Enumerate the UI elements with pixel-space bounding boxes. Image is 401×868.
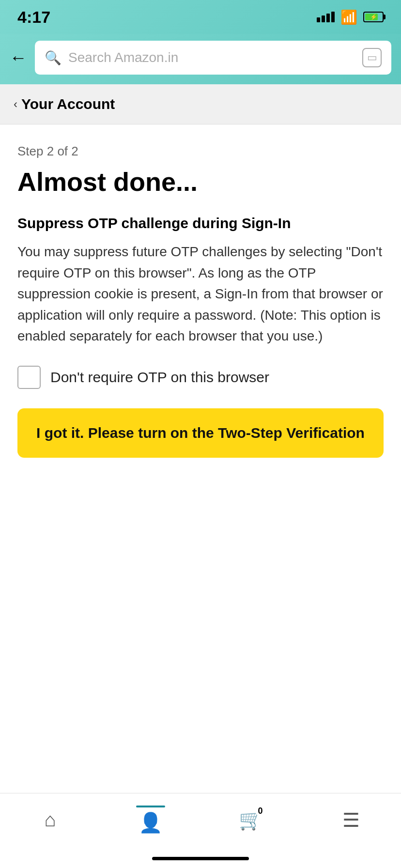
- home-indicator: [0, 851, 401, 868]
- wifi-icon: 📶: [340, 9, 357, 25]
- camera-icon[interactable]: ▭: [362, 48, 382, 67]
- cart-badge: 0: [255, 806, 266, 816]
- status-time: 4:17: [17, 8, 50, 27]
- otp-checkbox-row[interactable]: Don't require OTP on this browser: [17, 366, 384, 389]
- section-body: You may suppress future OTP challenges b…: [17, 241, 384, 346]
- search-input[interactable]: Search Amazon.in: [68, 50, 355, 65]
- signal-icon: [317, 12, 335, 22]
- status-icons: 📶 ⚡: [317, 9, 384, 25]
- nav-menu[interactable]: ☰: [301, 809, 401, 831]
- otp-checkbox[interactable]: [17, 366, 41, 389]
- nav-home[interactable]: ⌂: [0, 809, 100, 831]
- account-icon: 👤: [139, 811, 163, 834]
- section-title: Suppress OTP challenge during Sign-In: [17, 214, 384, 232]
- status-bar: 4:17 📶 ⚡: [0, 0, 401, 34]
- search-icon: 🔍: [45, 50, 62, 66]
- nav-account[interactable]: 👤: [100, 806, 200, 834]
- menu-icon: ☰: [342, 809, 360, 831]
- search-bar[interactable]: 🔍 Search Amazon.in ▭: [35, 41, 391, 75]
- bottom-nav: ⌂ 👤 🛒 0 ☰: [0, 793, 401, 851]
- back-button[interactable]: ←: [10, 47, 27, 68]
- main-content: Step 2 of 2 Almost done... Suppress OTP …: [0, 124, 401, 633]
- battery-icon: ⚡: [363, 12, 384, 22]
- breadcrumb-label: Your Account: [21, 96, 115, 112]
- search-area: ← 🔍 Search Amazon.in ▭: [0, 34, 401, 84]
- home-icon: ⌂: [44, 809, 56, 831]
- step-label: Step 2 of 2: [17, 144, 384, 159]
- otp-checkbox-label: Don't require OTP on this browser: [50, 369, 269, 386]
- nav-cart[interactable]: 🛒 0: [200, 808, 301, 831]
- breadcrumb-chevron-icon: ‹: [14, 97, 17, 111]
- breadcrumb[interactable]: ‹ Your Account: [0, 84, 401, 124]
- page-title: Almost done...: [17, 168, 384, 196]
- two-step-verify-button[interactable]: I got it. Please turn on the Two-Step Ve…: [17, 408, 384, 458]
- home-indicator-bar: [152, 857, 249, 860]
